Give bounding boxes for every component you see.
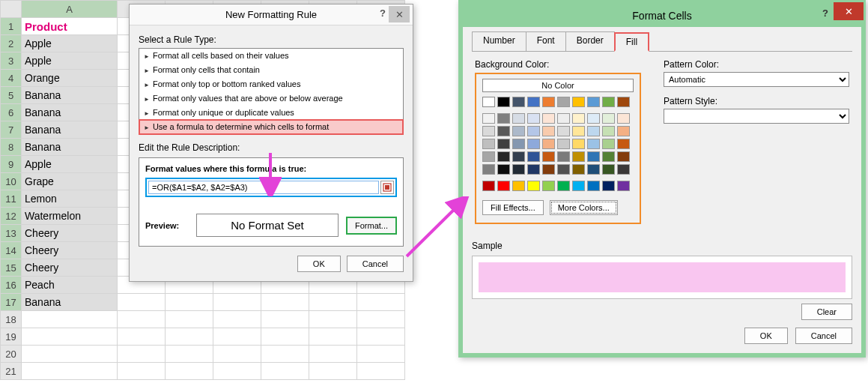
color-swatch[interactable] xyxy=(557,181,570,191)
tab-fill[interactable]: Fill xyxy=(614,32,649,52)
cell[interactable] xyxy=(118,363,166,380)
color-swatch[interactable] xyxy=(482,181,495,191)
row-header[interactable]: 13 xyxy=(1,225,22,242)
row-header[interactable]: 8 xyxy=(1,139,22,156)
row-header[interactable]: 2 xyxy=(1,35,22,52)
color-swatch[interactable] xyxy=(497,181,510,191)
color-swatch[interactable] xyxy=(602,151,615,162)
color-swatch[interactable] xyxy=(557,113,570,124)
color-swatch[interactable] xyxy=(602,164,615,175)
cell[interactable] xyxy=(309,346,357,363)
color-swatch[interactable] xyxy=(617,113,630,124)
cell[interactable]: Cheery xyxy=(22,259,118,277)
row-header[interactable]: 12 xyxy=(1,208,22,225)
more-colors-button[interactable]: More Colors... xyxy=(550,200,618,215)
cell[interactable] xyxy=(357,311,405,328)
cell[interactable] xyxy=(118,294,166,311)
color-swatch[interactable] xyxy=(542,113,555,124)
color-swatch[interactable] xyxy=(542,126,555,136)
tab-number[interactable]: Number xyxy=(472,31,526,51)
color-swatch[interactable] xyxy=(587,139,600,149)
cell[interactable] xyxy=(309,294,357,311)
color-swatch[interactable] xyxy=(527,181,540,191)
color-swatch[interactable] xyxy=(497,151,510,162)
row-header[interactable]: 3 xyxy=(1,52,22,70)
color-swatch[interactable] xyxy=(602,126,615,136)
cell[interactable] xyxy=(166,328,213,346)
color-swatch[interactable] xyxy=(527,126,540,136)
color-swatch[interactable] xyxy=(587,151,600,162)
color-swatch[interactable] xyxy=(527,97,540,107)
rule-type-item[interactable]: Format all cells based on their values xyxy=(139,49,403,63)
cell[interactable] xyxy=(213,294,261,311)
cell[interactable] xyxy=(166,346,213,363)
row-header[interactable]: 17 xyxy=(1,294,22,311)
row-header[interactable]: 5 xyxy=(1,87,22,104)
color-swatch[interactable] xyxy=(542,151,555,162)
row-header[interactable]: 18 xyxy=(1,311,22,328)
color-swatch[interactable] xyxy=(482,97,495,107)
color-swatch[interactable] xyxy=(482,164,495,175)
row-header[interactable]: 6 xyxy=(1,104,22,121)
tab-border[interactable]: Border xyxy=(565,31,615,51)
row-header[interactable]: 1 xyxy=(1,18,22,35)
cell[interactable]: Banana xyxy=(22,294,118,311)
cell[interactable] xyxy=(118,328,166,346)
color-swatch[interactable] xyxy=(602,181,615,191)
color-swatch[interactable] xyxy=(512,126,525,136)
cell[interactable] xyxy=(22,311,118,328)
color-swatch[interactable] xyxy=(497,113,510,124)
cell[interactable] xyxy=(118,346,166,363)
rule-type-item[interactable]: Format only cells that contain xyxy=(139,63,403,77)
cell[interactable] xyxy=(213,311,261,328)
help-icon[interactable]: ? xyxy=(822,7,828,19)
cell[interactable] xyxy=(309,328,357,346)
ok-button[interactable]: OK xyxy=(744,328,788,344)
formula-input[interactable] xyxy=(148,181,379,194)
cell[interactable] xyxy=(213,346,261,363)
cell[interactable] xyxy=(166,311,213,328)
color-swatch[interactable] xyxy=(542,97,555,107)
rule-type-item[interactable]: Format only unique or duplicate values xyxy=(139,106,403,120)
color-swatch[interactable] xyxy=(497,97,510,107)
color-swatch[interactable] xyxy=(512,97,525,107)
rule-type-item[interactable]: Use a formula to determine which cells t… xyxy=(139,120,403,134)
color-swatch[interactable] xyxy=(482,151,495,162)
color-swatch[interactable] xyxy=(497,126,510,136)
pattern-style-select[interactable] xyxy=(664,109,849,124)
cell[interactable]: Orange xyxy=(22,70,118,87)
color-swatch[interactable] xyxy=(617,164,630,175)
close-icon[interactable]: ✕ xyxy=(389,6,410,22)
cell[interactable]: Apple xyxy=(22,156,118,173)
color-swatch[interactable] xyxy=(512,164,525,175)
corner-cell[interactable] xyxy=(1,1,22,18)
color-swatch[interactable] xyxy=(512,139,525,149)
row-header[interactable]: 19 xyxy=(1,328,22,346)
color-swatch[interactable] xyxy=(617,139,630,149)
cell[interactable] xyxy=(213,363,261,380)
cell[interactable] xyxy=(22,328,118,346)
cell[interactable] xyxy=(261,346,309,363)
color-swatch[interactable] xyxy=(572,113,585,124)
cell[interactable]: Peach xyxy=(22,277,118,294)
cell[interactable] xyxy=(213,328,261,346)
color-swatch[interactable] xyxy=(557,164,570,175)
color-swatch[interactable] xyxy=(512,151,525,162)
rule-type-item[interactable]: Format only values that are above or bel… xyxy=(139,91,403,106)
row-header[interactable]: 9 xyxy=(1,156,22,173)
cell[interactable] xyxy=(309,363,357,380)
color-swatch[interactable] xyxy=(587,113,600,124)
cell[interactable]: Grape xyxy=(22,173,118,190)
color-swatch[interactable] xyxy=(557,139,570,149)
cancel-button[interactable]: Cancel xyxy=(795,328,852,344)
row-header[interactable]: 7 xyxy=(1,121,22,139)
tab-font[interactable]: Font xyxy=(526,31,566,51)
color-swatch[interactable] xyxy=(557,97,570,107)
help-icon[interactable]: ? xyxy=(380,7,386,19)
color-swatch[interactable] xyxy=(617,181,630,191)
rule-type-item[interactable]: Format only top or bottom ranked values xyxy=(139,77,403,91)
color-swatch[interactable] xyxy=(557,151,570,162)
color-swatch[interactable] xyxy=(617,126,630,136)
pattern-color-select[interactable]: Automatic xyxy=(664,72,849,87)
no-color-button[interactable]: No Color xyxy=(482,79,634,92)
